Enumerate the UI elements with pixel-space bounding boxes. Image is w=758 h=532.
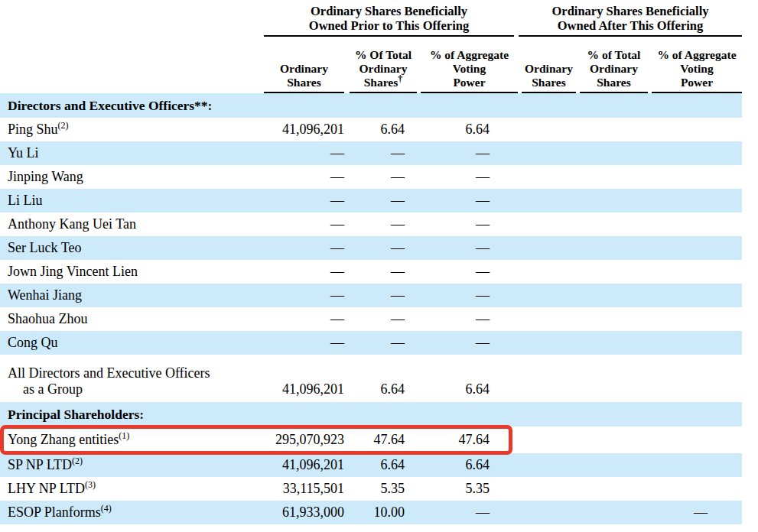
- shareholder-name: Ser Luck Teo: [0, 240, 264, 256]
- shareholder-name-line: Wenhai Jiang: [8, 287, 264, 303]
- cell-ordinary-shares-prior: —: [264, 287, 346, 303]
- dagger-footnote-mark: †: [398, 73, 402, 84]
- footnote-reference: (4): [101, 503, 112, 514]
- cell-ordinary-shares-prior: —: [264, 335, 346, 351]
- shareholder-name-line: Ser Luck Teo: [8, 240, 264, 256]
- cell-voting-power-prior: —: [417, 145, 518, 161]
- group-header-line: Owned Prior to This Offering: [264, 18, 514, 33]
- shareholder-name-line: Li Liu: [8, 193, 264, 209]
- cell-voting-power-prior: —: [417, 169, 518, 185]
- table-column-header-row: Ordinary Shares % Of Total Ordinary Shar…: [0, 37, 742, 93]
- column-header-pct-total-ordinary-after: % of Total Ordinary Shares: [580, 37, 648, 93]
- cell-pct-total-prior: 6.64: [346, 381, 417, 397]
- shareholder-name: Shaohua Zhou: [0, 311, 264, 327]
- table-row: Anthony Kang Uei Tan———: [0, 212, 742, 236]
- column-header-line: Voting: [421, 62, 518, 76]
- shareholder-name-line: as a Group: [8, 381, 264, 397]
- cell-pct-total-prior: —: [346, 264, 417, 280]
- table-row: All Directors and Executive Officersas a…: [0, 355, 742, 402]
- cell-pct-total-prior: —: [346, 193, 417, 209]
- column-header-line: Shares: [264, 76, 344, 89]
- cell-ordinary-shares-prior: —: [264, 311, 346, 327]
- section-header-label: Directors and Executive Officers**:: [0, 98, 742, 114]
- table-row: Jinping Wang———: [0, 165, 742, 189]
- column-header-line: Ordinary: [522, 62, 576, 76]
- column-header-text: Shares: [364, 76, 399, 89]
- column-header-line: Shares†: [350, 76, 417, 89]
- shareholder-name: Jown Jing Vincent Lien: [0, 264, 264, 280]
- column-header-line: Ordinary: [580, 62, 648, 76]
- shareholder-name: ESOP Planforms(4): [0, 504, 264, 521]
- beneficial-ownership-table-page: Ordinary Shares Beneficially Owned Prior…: [0, 0, 758, 532]
- section-header-row: Directors and Executive Officers**:: [0, 93, 742, 118]
- shareholder-name-line: Cong Qu: [8, 335, 264, 351]
- shareholder-name: Anthony Kang Uei Tan: [0, 216, 264, 232]
- cell-voting-power-prior: —: [417, 240, 518, 256]
- shareholder-name: Jinping Wang: [0, 169, 264, 185]
- cell-pct-total-prior: —: [346, 216, 417, 232]
- shareholder-name: All Directors and Executive Officersas a…: [0, 365, 264, 397]
- column-header-line: Ordinary: [350, 62, 417, 76]
- cell-ordinary-shares-prior: 41,096,201: [264, 122, 346, 138]
- cell-pct-total-prior: 10.00: [346, 504, 417, 521]
- table-body: Directors and Executive Officers**:Ping …: [0, 93, 742, 524]
- cell-voting-power-prior: —: [417, 311, 518, 327]
- table-row: Ping Shu(2)41,096,2016.646.64: [0, 118, 742, 141]
- table-row: Yu Li———: [0, 141, 742, 165]
- column-header-line: Shares: [522, 76, 576, 89]
- cell-pct-total-prior: —: [346, 240, 417, 256]
- column-header-line: Power: [652, 76, 742, 89]
- cell-pct-total-prior: 5.35: [346, 481, 417, 497]
- cell-pct-total-prior: 6.64: [346, 457, 417, 473]
- header-spacer: [0, 37, 264, 93]
- cell-pct-total-prior: —: [346, 335, 417, 351]
- shareholder-name-line: Jinping Wang: [8, 169, 264, 185]
- shareholder-name: Wenhai Jiang: [0, 287, 264, 303]
- cell-pct-total-prior: —: [346, 287, 417, 303]
- shareholder-name: Yong Zhang entities(1): [0, 432, 264, 448]
- group-header-line: Owned After This Offering: [519, 18, 742, 33]
- cell-voting-power-prior: 5.35: [417, 481, 518, 497]
- cell-ordinary-shares-prior: 295,070,923: [264, 432, 346, 448]
- cell-voting-power-prior: 6.64: [417, 122, 518, 138]
- column-header-pct-total-ordinary-prior: % Of Total Ordinary Shares†: [350, 37, 417, 93]
- column-header-line: Power: [421, 76, 518, 89]
- column-header-aggregate-voting-after: % of Aggregate Voting Power: [652, 37, 742, 93]
- column-header-line: Voting: [652, 62, 742, 76]
- table-row: Wenhai Jiang———: [0, 284, 742, 307]
- column-header-line: Shares: [580, 76, 648, 89]
- shareholder-name-line: Ping Shu(2): [8, 122, 264, 138]
- column-header-line: % of Aggregate: [421, 48, 518, 62]
- shareholder-name-line: ESOP Planforms(4): [8, 504, 264, 521]
- cell-ordinary-shares-prior: —: [264, 145, 346, 161]
- section-header-label: Principal Shareholders:: [0, 407, 742, 423]
- cell-ordinary-shares-prior: 33,115,501: [264, 481, 346, 497]
- cell-voting-power-prior: —: [417, 504, 518, 521]
- shareholder-name-line: All Directors and Executive Officers: [8, 365, 264, 381]
- table-row: Cong Qu———: [0, 331, 742, 355]
- column-header-line: % Of Total: [350, 48, 417, 62]
- shareholder-name: Yu Li: [0, 145, 264, 161]
- cell-voting-power-prior: —: [417, 287, 518, 303]
- section-header-row: Principal Shareholders:: [0, 402, 742, 427]
- table-group-header-row: Ordinary Shares Beneficially Owned Prior…: [0, 0, 742, 37]
- shareholder-name: Ping Shu(2): [0, 122, 264, 138]
- shareholder-name-line: Anthony Kang Uei Tan: [8, 216, 264, 232]
- beneficial-ownership-table: Ordinary Shares Beneficially Owned Prior…: [0, 0, 742, 524]
- table-row: LHY NP LTD(3)33,115,5015.355.35: [0, 477, 742, 501]
- table-row: Jown Jing Vincent Lien———: [0, 260, 742, 284]
- shareholder-name-line: Shaohua Zhou: [8, 311, 264, 327]
- shareholder-name-line: LHY NP LTD(3): [8, 481, 264, 497]
- cell-pct-total-prior: —: [346, 311, 417, 327]
- cell-voting-power-prior: —: [417, 193, 518, 209]
- table-row: Yong Zhang entities(1)295,070,92347.6447…: [0, 427, 742, 453]
- cell-ordinary-shares-prior: —: [264, 240, 346, 256]
- column-header-line: % of Total: [580, 48, 648, 62]
- cell-ordinary-shares-prior: —: [264, 264, 346, 280]
- column-header-line: Ordinary: [264, 62, 344, 76]
- cell-ordinary-shares-prior: —: [264, 169, 346, 185]
- footnote-reference: (1): [119, 430, 129, 441]
- cell-voting-power-prior: —: [417, 264, 518, 280]
- cell-pct-total-prior: —: [346, 145, 417, 161]
- table-row: SP NP LTD(2)41,096,2016.646.64: [0, 453, 742, 477]
